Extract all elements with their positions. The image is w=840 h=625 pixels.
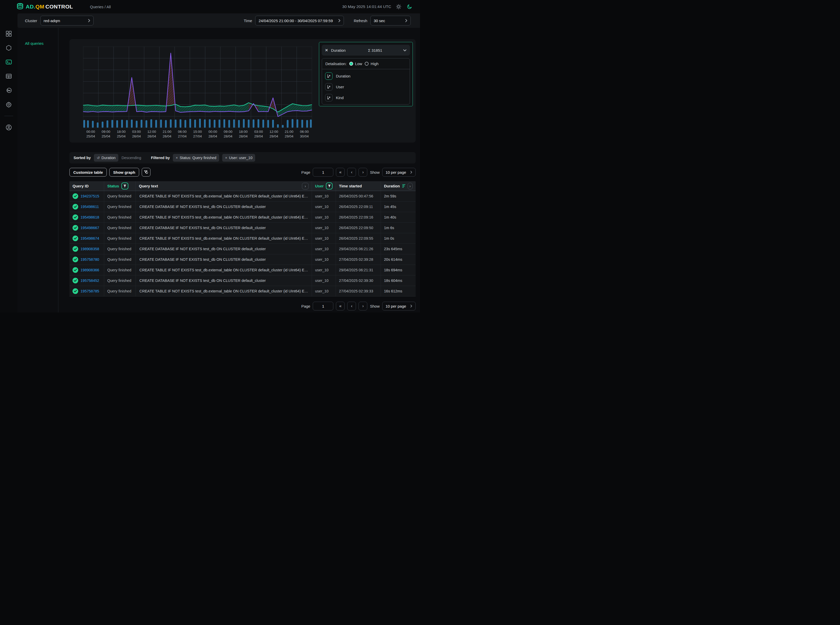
legend-metric-label: User: [336, 85, 344, 89]
col-status[interactable]: Status: [104, 181, 136, 191]
reset-filters-button[interactable]: [142, 168, 150, 177]
sort-chip-duration[interactable]: ↺ Duration: [94, 154, 119, 162]
legend-metric-item[interactable]: User: [322, 81, 410, 92]
col-user[interactable]: User: [312, 181, 336, 191]
legend-header[interactable]: × Duration Σ 31851: [322, 45, 410, 56]
sidebar-item-dashboard[interactable]: [5, 30, 12, 37]
duration-cell: 1m 6s: [381, 223, 415, 233]
sidebar-item-settings[interactable]: [5, 101, 12, 108]
query-id-link[interactable]: 195758452: [81, 278, 99, 283]
legend-metric-item[interactable]: Kind: [322, 92, 410, 103]
user-filter-button[interactable]: [326, 182, 333, 190]
hexagon-icon: [5, 45, 12, 51]
x-axis-label: 15:0027/04: [190, 130, 205, 138]
chevron-right-icon: [88, 19, 90, 22]
trend-chart-icon: [325, 83, 333, 90]
status-cell: Query finished: [104, 244, 136, 254]
sidebar-item-tables[interactable]: [5, 73, 12, 79]
toolbar-strip: Cluster red-adqm Time 24/04/2025 21:00:0…: [17, 13, 420, 28]
status-cell: Query finished: [104, 265, 136, 275]
query-id-cell: 195758785: [70, 286, 104, 296]
show-graph-button[interactable]: Show graph: [109, 168, 139, 177]
profile-icon: [5, 124, 12, 131]
query-id-link[interactable]: 195498618: [81, 215, 99, 219]
success-check-icon: [73, 288, 78, 294]
dark-theme-button[interactable]: [406, 3, 413, 10]
refresh-select[interactable]: 30 sec: [370, 16, 411, 25]
nav-item-all-queries[interactable]: All queries: [25, 41, 43, 46]
sort-filter-bar: Sorted by ↺ Duration Descending Filtered…: [70, 152, 415, 163]
query-id-link[interactable]: 195498611: [81, 205, 99, 209]
sidebar-item-access-keys[interactable]: [5, 87, 12, 94]
col-duration[interactable]: Duration ›: [381, 181, 415, 191]
next-page-button[interactable]: ›: [358, 302, 367, 311]
table-header: Query ID Status Query text › User Time s…: [70, 181, 415, 191]
chevron-right-icon: [410, 171, 412, 174]
detalisation-high-radio[interactable]: High: [365, 62, 378, 66]
chart-legend-panel: × Duration Σ 31851 Detalisation: Low Hig…: [319, 42, 413, 106]
status-filter-button[interactable]: [121, 182, 128, 190]
detalisation-low-radio[interactable]: Low: [349, 62, 363, 66]
show-label: Show: [370, 304, 380, 308]
time-range-select[interactable]: 24/04/2025 21:00:00 - 30/04/2025 07:59:5…: [255, 16, 344, 25]
dashboard-icon: [5, 30, 12, 37]
legend-metric-list: Duration User Kind: [322, 69, 410, 104]
query-chart[interactable]: [83, 47, 312, 128]
query-text-cell: CREATE DATABASE IF NOT EXISTS test_db ON…: [136, 254, 312, 264]
query-id-link[interactable]: 195498667: [81, 226, 99, 230]
query-id-link[interactable]: 195498674: [81, 236, 99, 240]
per-page-select[interactable]: 10 per page: [382, 302, 415, 311]
next-page-button[interactable]: ›: [358, 168, 367, 177]
first-page-button[interactable]: «: [336, 302, 345, 311]
query-id-link[interactable]: 194237515: [81, 194, 99, 198]
filter-chip-status[interactable]: × Status: Query finished: [173, 154, 219, 162]
query-text-cell: CREATE TABLE IF NOT EXISTS test_db.exter…: [136, 286, 312, 296]
expand-column-button[interactable]: ›: [408, 183, 412, 190]
app-logo[interactable]: AD.QMCONTROL: [17, 3, 73, 11]
query-id-link[interactable]: 195758785: [81, 289, 99, 293]
key-icon: [5, 87, 12, 94]
breadcrumb[interactable]: Queries / All: [90, 5, 111, 9]
current-datetime: 30 May 2025 14:01:44 UTC: [343, 5, 391, 9]
col-query-id[interactable]: Query ID: [70, 181, 104, 191]
table-row: 198908358 Query finished CREATE DATABASE…: [70, 244, 415, 254]
page-number-input[interactable]: [313, 302, 333, 311]
col-time-started[interactable]: Time started: [336, 181, 381, 191]
query-id-link[interactable]: 198908366: [81, 268, 99, 272]
cluster-select[interactable]: red-adqm: [40, 16, 94, 25]
table-row: 195498667 Query finished CREATE DATABASE…: [70, 223, 415, 233]
user-cell: user_10: [312, 244, 336, 254]
prev-page-button[interactable]: ‹: [347, 302, 356, 311]
customize-table-button[interactable]: Customize table: [70, 168, 107, 177]
per-page-select[interactable]: 10 per page: [382, 168, 415, 177]
show-label: Show: [370, 170, 380, 174]
query-id-cell: 195498667: [70, 223, 104, 233]
sort-descending-icon[interactable]: [402, 184, 405, 188]
chevron-down-icon[interactable]: [403, 48, 407, 52]
expand-column-button[interactable]: ›: [302, 183, 308, 190]
close-icon[interactable]: ×: [325, 47, 329, 53]
col-query-text[interactable]: Query text ›: [136, 181, 312, 191]
first-page-button[interactable]: «: [336, 168, 345, 177]
user-cell: user_10: [312, 286, 336, 296]
legend-metric-item[interactable]: Duration: [322, 70, 410, 81]
icon-sidebar: [0, 13, 17, 312]
table-row: 195758780 Query finished CREATE DATABASE…: [70, 254, 415, 265]
sidebar-item-profile[interactable]: [5, 124, 12, 131]
table-row: 198908366 Query finished CREATE TABLE IF…: [70, 265, 415, 275]
page-number-input[interactable]: [313, 168, 333, 177]
user-cell: user_10: [312, 275, 336, 286]
gear-icon: [5, 101, 12, 108]
chevron-right-icon: [338, 19, 341, 22]
sidebar-item-queries[interactable]: [5, 59, 12, 65]
light-theme-button[interactable]: [395, 3, 402, 10]
top-bar: AD.QMCONTROL Queries / All 30 May 2025 1…: [0, 0, 420, 13]
query-id-link[interactable]: 198908358: [81, 247, 99, 251]
query-id-link[interactable]: 195758780: [81, 257, 99, 261]
time-started-cell: 26/04/2025 22:09:55: [336, 233, 381, 244]
cluster-label: Cluster: [25, 19, 37, 23]
sidebar-item-cluster[interactable]: [5, 45, 12, 51]
filter-chip-user[interactable]: × User: user_10: [222, 154, 255, 162]
prev-page-button[interactable]: ‹: [347, 168, 356, 177]
legend-metric-label: Duration: [336, 74, 350, 78]
